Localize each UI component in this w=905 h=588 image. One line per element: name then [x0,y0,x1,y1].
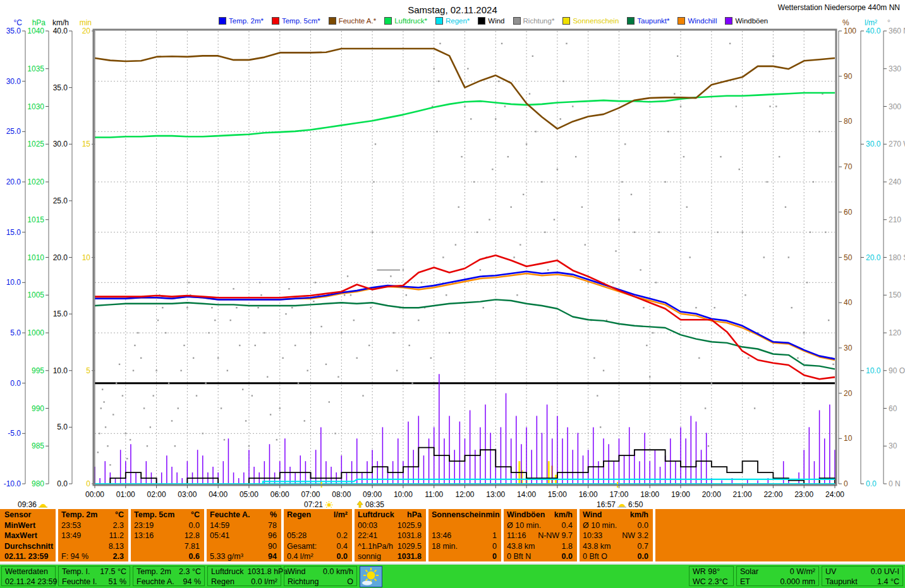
hour-label: 13:00 [486,490,505,499]
axis-tick-label: 120 [889,328,901,337]
axis-tick-label: 5.0 [57,423,68,431]
axis-tick-label: 60 [844,208,853,217]
axis-tick-label: 10.0 [53,366,68,375]
status-bar-row: Solar0 W/m² [740,567,815,577]
sensor-table-cell [428,520,500,531]
wind-direction-dot [329,401,330,402]
wind-direction-dot [150,426,151,428]
axis-tick-label: 1005 [27,291,44,299]
wind-direction-dot [547,269,549,270]
wind-direction-dot [122,395,123,396]
wind-direction-dot [130,439,131,440]
axis-tick-label: 0 N [889,479,901,488]
wind-direction-dot [655,282,657,283]
wind-direction-dot [473,181,475,183]
wind-direction-dot [430,357,432,359]
wind-direction-dot [334,433,336,434]
axis-tick-label: 330 [889,64,901,73]
wind-direction-dot [221,407,222,409]
wind-direction-dot [372,231,373,232]
wind-direction-dot [119,364,120,365]
sensor-table-cell: Ø 10 min.0.4 [504,520,576,531]
axis-tick-label: 300 [889,102,901,111]
wind-direction-dot [337,376,339,378]
wind-direction-dot [810,231,811,232]
wind-direction-dot [744,294,746,296]
sensor-table-cell: 18 min.0 [428,541,500,552]
hour-label: 03:00 [178,490,197,499]
sensor-table-cell: 11:16N-NW 9.7 [504,531,576,541]
sensor-table-column: Temp. 5cm°C23:190.013:1612.87.810.6 [131,510,203,562]
wind-direction-dot [467,68,468,69]
status-bar-row: Wind0.0 km/h [288,567,353,577]
wind-direction-dot [140,357,142,359]
hour-label: 20:00 [702,490,721,499]
axis-title-hPa: hPa [32,18,46,27]
sensor-table-cell: 43.8 km0.7 [580,541,652,552]
hour-label: 07:00 [301,490,320,499]
wind-direction-dot [202,433,203,434]
wind-direction-dot [224,439,225,440]
sensor-table-cell: 13:4911.2 [58,531,127,541]
wind-direction-dot [375,143,376,145]
wind-direction-dot [403,269,404,270]
status-bar-row: ET0.000 mm [740,577,815,587]
wind-direction-dot [353,320,355,321]
wind-direction-dot [772,56,774,57]
axis-tick-label: 30.0 [53,140,68,148]
axis-tick-label: 90 [844,72,853,81]
wind-direction-dot [442,256,444,258]
wind-direction-dot [470,118,471,119]
sensor-table-cell: 14:5978 [207,520,280,531]
status-bar-cell: Wind0.0 km/hRichtungO [284,566,357,586]
weather-chart: °C35.030.025.020.015.010.05.00.0-5.0-10.… [0,0,905,509]
axis-tick-label: 1010 [27,253,44,262]
wind-direction-dot [529,93,530,94]
sensor-table-cell: MaxWert [1,531,54,541]
sensor-table-column: Windkm/hØ 10 min.0.010:33NW 3.243.8 km0.… [580,510,652,562]
hour-label: 15:00 [548,490,567,499]
wind-direction-dot [698,357,700,359]
wind-direction-dot [438,80,439,81]
wind-direction-dot [659,231,660,232]
sensor-table-cell: 90 [207,541,280,552]
wind-direction-dot [741,231,743,232]
wind-direction-dot [705,407,706,409]
wind-direction-dot [480,269,481,270]
axis-title-°: ° [887,18,890,27]
wind-direction-dot [350,294,351,296]
axis-title-l/m²: l/m² [865,18,877,27]
sensor-table-cell: Ø 10 min.0.0 [580,520,652,531]
weather-station-window: Samstag, 02.11.2024 Wetterstation Nieder… [0,0,905,588]
wind-direction-dot [267,376,268,378]
status-bar-row: Feuchte A.94 % [137,577,201,587]
wind-direction-dot [449,332,450,333]
wind-direction-dot [458,207,459,208]
axis-tick-label: 270 W [889,140,905,148]
wind-direction-dot [498,80,499,81]
status-bar-cell: UV0.0 UV-ITaupunkt1.4 °C [822,566,903,586]
wind-direction-dot [102,388,103,390]
sensor-table-cell: 02.11. 23:59 [1,551,54,562]
wind-direction-dot [341,332,342,333]
axis-tick-label: 1000 [27,328,44,337]
wind-direction-dot [255,345,256,346]
axis-tick-label: 0 [86,479,90,488]
sensor-table-cell: F: 94 %2.3 [58,551,127,562]
wind-direction-dot [126,458,128,459]
axis-tick-label: 35.0 [53,83,68,92]
sensor-table-cell: Durchschnitt [1,541,54,552]
wind-direction-dot [227,370,228,371]
sensor-table-cell: Sensor [1,510,54,520]
status-bar-row: Temp. 2m2.3 °C [137,567,201,577]
axis-tick-label: 1040 [27,27,44,35]
axis-tick-label: 15.0 [53,309,68,318]
wind-direction-dot [631,194,632,195]
wind-direction-dot [396,370,398,371]
wind-direction-dot [612,282,614,283]
wind-direction-dot [257,307,258,308]
sensor-table-cell: sonnig1031.8 [355,551,425,562]
sensor-table-cell: 13:461 [428,531,500,541]
wind-direction-dot [362,395,363,396]
wind-direction-dot [155,370,157,371]
